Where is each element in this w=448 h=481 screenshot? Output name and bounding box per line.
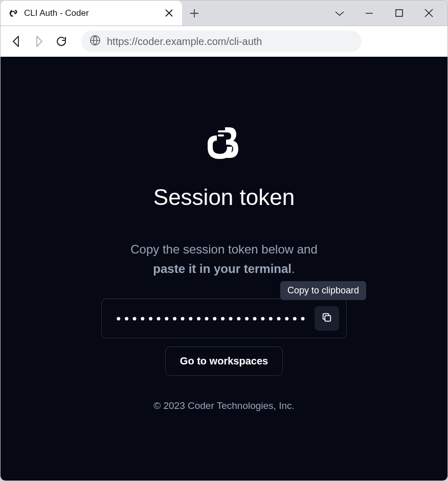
- page-title: Session token: [153, 185, 295, 210]
- footer-copyright: © 2023 Coder Technologies, Inc.: [153, 400, 295, 411]
- chevron-down-icon[interactable]: [325, 1, 354, 26]
- instruction-line-2-strong: paste it in your terminal: [153, 262, 292, 276]
- address-bar[interactable]: https://coder.example.com/cli-auth: [81, 31, 362, 52]
- token-field[interactable]: ●●●●●●●●●●●●●●●●●●●●●●●●●●●●●●: [101, 299, 347, 338]
- toolbar: https://coder.example.com/cli-auth: [1, 26, 447, 57]
- minimize-button[interactable]: [354, 1, 384, 26]
- new-tab-button[interactable]: [182, 1, 207, 26]
- window-controls: [325, 1, 447, 26]
- instruction-line-2-suffix: .: [292, 262, 295, 276]
- coder-logo: [198, 123, 250, 164]
- page-content: Session token Copy the session token bel…: [1, 57, 447, 480]
- close-tab-icon[interactable]: [163, 7, 175, 19]
- token-area: Copy to clipboard ●●●●●●●●●●●●●●●●●●●●●●…: [101, 291, 347, 338]
- titlebar: CLI Auth - Coder: [1, 1, 447, 26]
- token-masked-value: ●●●●●●●●●●●●●●●●●●●●●●●●●●●●●●: [116, 314, 308, 323]
- tab-title: CLI Auth - Coder: [24, 8, 158, 18]
- svg-rect-4: [325, 315, 330, 321]
- coder-favicon: [8, 8, 19, 19]
- svg-rect-0: [396, 10, 402, 16]
- go-to-workspaces-button[interactable]: Go to workspaces: [165, 347, 283, 376]
- copy-icon: [321, 312, 332, 325]
- browser-window: CLI Auth - Coder: [0, 0, 448, 481]
- close-window-button[interactable]: [414, 1, 443, 26]
- forward-button[interactable]: [31, 34, 47, 49]
- active-tab[interactable]: CLI Auth - Coder: [1, 1, 182, 26]
- instruction-text: Copy the session token below and paste i…: [130, 240, 318, 279]
- url-text: https://coder.example.com/cli-auth: [107, 36, 262, 48]
- back-button[interactable]: [9, 34, 24, 49]
- copy-tooltip: Copy to clipboard: [280, 281, 366, 300]
- reload-button[interactable]: [54, 34, 69, 49]
- svg-rect-3: [218, 134, 224, 136]
- copy-button[interactable]: [315, 306, 339, 331]
- svg-rect-2: [218, 130, 226, 132]
- globe-icon: [89, 35, 101, 48]
- instruction-line-1: Copy the session token below and: [130, 240, 318, 259]
- maximize-button[interactable]: [384, 1, 414, 26]
